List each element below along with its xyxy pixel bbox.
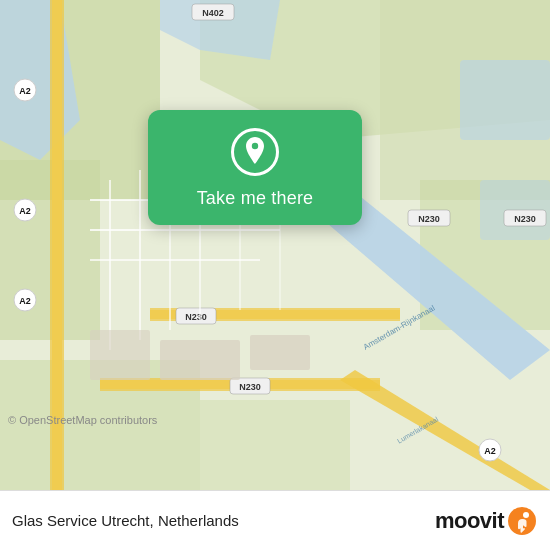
svg-text:N230: N230: [514, 214, 536, 224]
svg-text:N230: N230: [239, 382, 261, 392]
location-name: Glas Service Utrecht, Netherlands: [12, 512, 239, 529]
svg-text:N230: N230: [418, 214, 440, 224]
svg-rect-51: [90, 330, 150, 380]
svg-rect-50: [250, 335, 310, 370]
take-me-there-label: Take me there: [197, 188, 314, 209]
location-icon-circle: [231, 128, 279, 176]
svg-text:A2: A2: [484, 446, 496, 456]
svg-text:A2: A2: [19, 296, 31, 306]
svg-text:A2: A2: [19, 206, 31, 216]
svg-text:A2: A2: [19, 86, 31, 96]
map-view: N230 N230 A2 A2 A2 N402 N230 N230 A2: [0, 0, 550, 490]
svg-point-53: [523, 512, 529, 518]
moovit-logo: moovit: [435, 507, 536, 535]
moovit-text: moovit: [435, 508, 504, 534]
svg-text:N230: N230: [185, 312, 207, 322]
svg-rect-11: [460, 60, 550, 140]
location-pin-icon: [242, 137, 268, 167]
moovit-brand-icon: [508, 507, 536, 535]
bottom-bar: Glas Service Utrecht, Netherlands moovit: [0, 490, 550, 550]
svg-rect-49: [160, 340, 240, 380]
take-me-there-card[interactable]: Take me there: [148, 110, 362, 225]
copyright-text: © OpenStreetMap contributors: [8, 414, 157, 426]
svg-rect-7: [200, 400, 350, 490]
svg-text:N402: N402: [202, 8, 224, 18]
